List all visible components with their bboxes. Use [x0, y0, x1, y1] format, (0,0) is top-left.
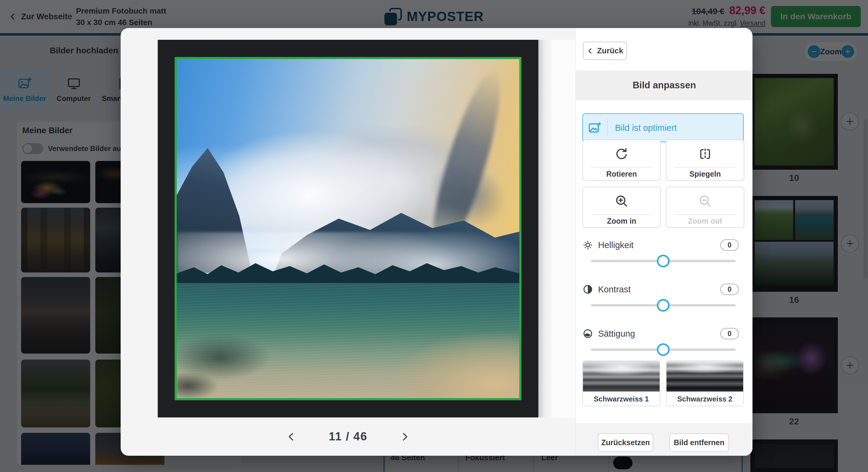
chevron-right-icon — [400, 432, 409, 442]
optimized-status-box[interactable]: Bild ist optimiert — [582, 113, 744, 142]
next-photo-button[interactable] — [396, 428, 413, 445]
optimized-status-label: Bild ist optimiert — [615, 123, 677, 133]
contrast-slider[interactable] — [591, 304, 736, 306]
photo-stage — [158, 40, 538, 417]
saturation-label: Sättigung — [598, 329, 635, 339]
filter-schwarzweiss-2[interactable]: Schwarzweiss 2 — [666, 361, 744, 406]
mirror-icon — [666, 144, 744, 164]
rotate-label: Rotieren — [583, 170, 660, 178]
pagination-counter: 11 / 46 — [329, 430, 367, 443]
brightness-label: Helligkeit — [598, 240, 634, 250]
zoom-in-image-button[interactable]: Zoom in — [582, 187, 661, 228]
contrast-slider-thumb[interactable] — [657, 299, 670, 312]
contrast-value[interactable]: 0 — [720, 283, 739, 295]
rotate-icon — [583, 144, 660, 164]
brightness-slider[interactable] — [591, 260, 736, 262]
mirror-button[interactable]: Spiegeln — [666, 140, 744, 181]
saturation-slider[interactable] — [591, 348, 736, 351]
filter-label: Schwarzweiss 2 — [666, 392, 743, 406]
book-page-edge — [538, 40, 576, 417]
selected-photo-frame[interactable] — [175, 57, 522, 400]
image-edit-modal: 11 / 46 Zurück Bild anpassen Bild ist op… — [121, 28, 752, 456]
remove-image-button[interactable]: Bild entfernen — [669, 433, 729, 451]
previous-photo-button[interactable] — [283, 428, 300, 445]
zoom-in-label: Zoom in — [583, 217, 660, 226]
filter-label: Schwarzweiss 1 — [583, 392, 660, 406]
panel-title: Bild anpassen — [576, 70, 752, 100]
chevron-left-icon — [587, 47, 593, 54]
zoom-out-image-button[interactable]: Zoom out — [666, 187, 744, 228]
zoom-out-icon — [666, 191, 744, 211]
filter-schwarzweiss-1[interactable]: Schwarzweiss 1 — [582, 361, 660, 406]
brightness-slider-thumb[interactable] — [657, 255, 670, 267]
selected-photo — [177, 59, 519, 398]
brightness-row: Helligkeit 0 — [582, 237, 744, 252]
saturation-slider-thumb[interactable] — [657, 343, 670, 356]
zoom-out-label: Zoom out — [666, 217, 744, 226]
brightness-icon — [582, 240, 596, 250]
saturation-icon — [582, 328, 596, 339]
brightness-value[interactable]: 0 — [720, 239, 739, 251]
back-button-label: Zurück — [597, 46, 623, 56]
mirror-label: Spiegeln — [666, 170, 744, 178]
back-button[interactable]: Zurück — [583, 42, 627, 60]
filter-preview-image — [583, 361, 660, 392]
contrast-row: Kontrast 0 — [582, 282, 744, 297]
contrast-icon — [582, 284, 596, 295]
image-optimized-icon — [583, 121, 607, 135]
panel-footer: Zurücksetzen Bild entfernen — [576, 424, 752, 456]
status-divider — [607, 119, 608, 137]
saturation-value[interactable]: 0 — [720, 328, 739, 339]
filter-preview-image — [666, 361, 743, 392]
saturation-row: Sättigung 0 — [582, 326, 744, 341]
zoom-in-icon — [583, 191, 660, 211]
edit-side-panel: Zurück Bild anpassen Bild ist optimiert … — [576, 28, 752, 456]
reset-button[interactable]: Zurücksetzen — [598, 433, 653, 451]
rotate-button[interactable]: Rotieren — [582, 140, 661, 181]
contrast-label: Kontrast — [598, 284, 631, 295]
photo-pager: 11 / 46 — [121, 417, 576, 456]
chevron-left-icon — [286, 432, 296, 442]
